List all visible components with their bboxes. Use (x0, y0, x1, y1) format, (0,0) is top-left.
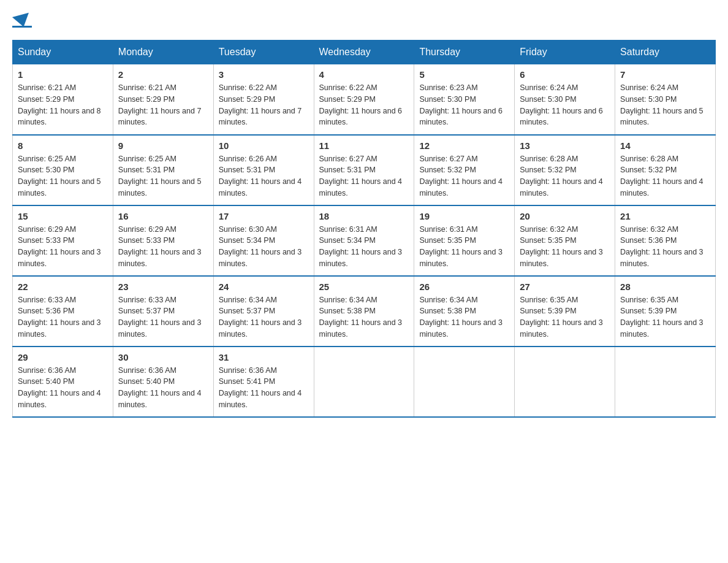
day-info: Sunrise: 6:29 AM Sunset: 5:33 PM Dayligh… (18, 224, 108, 270)
day-number: 18 (319, 211, 409, 221)
day-number: 5 (419, 69, 509, 80)
day-number: 17 (219, 211, 309, 221)
calendar-cell: 2 Sunrise: 6:21 AM Sunset: 5:29 PM Dayli… (113, 64, 213, 135)
day-info: Sunrise: 6:24 AM Sunset: 5:30 PM Dayligh… (520, 82, 610, 128)
calendar-cell: 11 Sunrise: 6:27 AM Sunset: 5:31 PM Dayl… (314, 135, 414, 205)
day-number: 2 (118, 69, 208, 80)
weekday-header-friday: Friday (515, 40, 615, 64)
weekday-header-row: SundayMondayTuesdayWednesdayThursdayFrid… (13, 40, 716, 64)
day-info: Sunrise: 6:32 AM Sunset: 5:36 PM Dayligh… (620, 224, 710, 270)
calendar-cell: 9 Sunrise: 6:25 AM Sunset: 5:31 PM Dayli… (113, 135, 213, 205)
weekday-header-wednesday: Wednesday (314, 40, 414, 64)
calendar-cell: 23 Sunrise: 6:33 AM Sunset: 5:37 PM Dayl… (113, 276, 213, 347)
day-info: Sunrise: 6:21 AM Sunset: 5:29 PM Dayligh… (18, 82, 108, 128)
day-number: 1 (18, 69, 108, 80)
day-number: 30 (118, 352, 208, 362)
day-info: Sunrise: 6:30 AM Sunset: 5:34 PM Dayligh… (219, 224, 309, 270)
day-info: Sunrise: 6:36 AM Sunset: 5:41 PM Dayligh… (219, 365, 309, 411)
day-info: Sunrise: 6:36 AM Sunset: 5:40 PM Dayligh… (18, 365, 108, 411)
day-info: Sunrise: 6:27 AM Sunset: 5:32 PM Dayligh… (419, 153, 509, 199)
day-info: Sunrise: 6:26 AM Sunset: 5:31 PM Dayligh… (219, 153, 309, 199)
day-number: 28 (620, 282, 710, 292)
day-info: Sunrise: 6:35 AM Sunset: 5:39 PM Dayligh… (620, 294, 710, 340)
calendar-cell: 12 Sunrise: 6:27 AM Sunset: 5:32 PM Dayl… (414, 135, 515, 205)
day-info: Sunrise: 6:22 AM Sunset: 5:29 PM Dayligh… (319, 82, 409, 128)
day-number: 31 (219, 352, 309, 362)
calendar-cell: 7 Sunrise: 6:24 AM Sunset: 5:30 PM Dayli… (615, 64, 716, 135)
calendar-cell: 31 Sunrise: 6:36 AM Sunset: 5:41 PM Dayl… (213, 347, 314, 417)
weekday-header-tuesday: Tuesday (213, 40, 314, 64)
calendar-cell (615, 347, 716, 417)
calendar-cell: 1 Sunrise: 6:21 AM Sunset: 5:29 PM Dayli… (13, 64, 113, 135)
day-info: Sunrise: 6:28 AM Sunset: 5:32 PM Dayligh… (520, 153, 610, 199)
calendar-cell: 27 Sunrise: 6:35 AM Sunset: 5:39 PM Dayl… (515, 276, 615, 347)
day-number: 7 (620, 69, 710, 80)
day-info: Sunrise: 6:25 AM Sunset: 5:30 PM Dayligh… (18, 153, 108, 199)
day-info: Sunrise: 6:23 AM Sunset: 5:30 PM Dayligh… (419, 82, 509, 128)
day-number: 8 (18, 140, 108, 151)
day-info: Sunrise: 6:29 AM Sunset: 5:33 PM Dayligh… (118, 224, 208, 270)
day-info: Sunrise: 6:22 AM Sunset: 5:29 PM Dayligh… (219, 82, 309, 128)
calendar-cell (515, 347, 615, 417)
calendar-cell: 3 Sunrise: 6:22 AM Sunset: 5:29 PM Dayli… (213, 64, 314, 135)
day-info: Sunrise: 6:36 AM Sunset: 5:40 PM Dayligh… (118, 365, 208, 411)
weekday-header-sunday: Sunday (13, 40, 113, 64)
calendar-cell: 18 Sunrise: 6:31 AM Sunset: 5:34 PM Dayl… (314, 205, 414, 276)
day-number: 9 (118, 140, 208, 151)
calendar-cell: 19 Sunrise: 6:31 AM Sunset: 5:35 PM Dayl… (414, 205, 515, 276)
day-info: Sunrise: 6:27 AM Sunset: 5:31 PM Dayligh… (319, 153, 409, 199)
calendar-cell: 26 Sunrise: 6:34 AM Sunset: 5:38 PM Dayl… (414, 276, 515, 347)
day-number: 13 (520, 140, 610, 151)
calendar-cell: 20 Sunrise: 6:32 AM Sunset: 5:35 PM Dayl… (515, 205, 615, 276)
day-number: 21 (620, 211, 710, 221)
calendar-week-1: 1 Sunrise: 6:21 AM Sunset: 5:29 PM Dayli… (13, 64, 716, 135)
day-info: Sunrise: 6:35 AM Sunset: 5:39 PM Dayligh… (520, 294, 610, 340)
day-number: 15 (18, 211, 108, 221)
day-number: 10 (219, 140, 309, 151)
day-number: 23 (118, 282, 208, 292)
day-info: Sunrise: 6:31 AM Sunset: 5:34 PM Dayligh… (319, 224, 409, 270)
day-info: Sunrise: 6:34 AM Sunset: 5:37 PM Dayligh… (219, 294, 309, 340)
day-number: 19 (419, 211, 509, 221)
day-info: Sunrise: 6:21 AM Sunset: 5:29 PM Dayligh… (118, 82, 208, 128)
calendar-cell (414, 347, 515, 417)
calendar-cell: 6 Sunrise: 6:24 AM Sunset: 5:30 PM Dayli… (515, 64, 615, 135)
calendar-cell: 14 Sunrise: 6:28 AM Sunset: 5:32 PM Dayl… (615, 135, 716, 205)
page-header (12, 12, 716, 28)
day-info: Sunrise: 6:34 AM Sunset: 5:38 PM Dayligh… (319, 294, 409, 340)
logo (12, 12, 32, 28)
day-number: 4 (319, 69, 409, 80)
day-number: 24 (219, 282, 309, 292)
day-number: 12 (419, 140, 509, 151)
calendar-table: SundayMondayTuesdayWednesdayThursdayFrid… (12, 40, 716, 418)
day-number: 3 (219, 69, 309, 80)
calendar-body: 1 Sunrise: 6:21 AM Sunset: 5:29 PM Dayli… (13, 64, 716, 417)
calendar-cell: 5 Sunrise: 6:23 AM Sunset: 5:30 PM Dayli… (414, 64, 515, 135)
day-info: Sunrise: 6:25 AM Sunset: 5:31 PM Dayligh… (118, 153, 208, 199)
day-info: Sunrise: 6:24 AM Sunset: 5:30 PM Dayligh… (620, 82, 710, 128)
calendar-cell: 29 Sunrise: 6:36 AM Sunset: 5:40 PM Dayl… (13, 347, 113, 417)
calendar-week-2: 8 Sunrise: 6:25 AM Sunset: 5:30 PM Dayli… (13, 135, 716, 205)
calendar-week-4: 22 Sunrise: 6:33 AM Sunset: 5:36 PM Dayl… (13, 276, 716, 347)
weekday-header-saturday: Saturday (615, 40, 716, 64)
day-number: 26 (419, 282, 509, 292)
day-info: Sunrise: 6:33 AM Sunset: 5:37 PM Dayligh… (118, 294, 208, 340)
day-info: Sunrise: 6:33 AM Sunset: 5:36 PM Dayligh… (18, 294, 108, 340)
calendar-cell: 24 Sunrise: 6:34 AM Sunset: 5:37 PM Dayl… (213, 276, 314, 347)
day-info: Sunrise: 6:34 AM Sunset: 5:38 PM Dayligh… (419, 294, 509, 340)
calendar-cell: 30 Sunrise: 6:36 AM Sunset: 5:40 PM Dayl… (113, 347, 213, 417)
day-number: 11 (319, 140, 409, 151)
weekday-header-monday: Monday (113, 40, 213, 64)
day-info: Sunrise: 6:31 AM Sunset: 5:35 PM Dayligh… (419, 224, 509, 270)
day-number: 22 (18, 282, 108, 292)
calendar-cell: 22 Sunrise: 6:33 AM Sunset: 5:36 PM Dayl… (13, 276, 113, 347)
weekday-header-thursday: Thursday (414, 40, 515, 64)
calendar-cell (314, 347, 414, 417)
calendar-header: SundayMondayTuesdayWednesdayThursdayFrid… (13, 40, 716, 64)
calendar-cell: 15 Sunrise: 6:29 AM Sunset: 5:33 PM Dayl… (13, 205, 113, 276)
calendar-cell: 13 Sunrise: 6:28 AM Sunset: 5:32 PM Dayl… (515, 135, 615, 205)
calendar-week-5: 29 Sunrise: 6:36 AM Sunset: 5:40 PM Dayl… (13, 347, 716, 417)
calendar-cell: 10 Sunrise: 6:26 AM Sunset: 5:31 PM Dayl… (213, 135, 314, 205)
day-number: 27 (520, 282, 610, 292)
calendar-cell: 28 Sunrise: 6:35 AM Sunset: 5:39 PM Dayl… (615, 276, 716, 347)
